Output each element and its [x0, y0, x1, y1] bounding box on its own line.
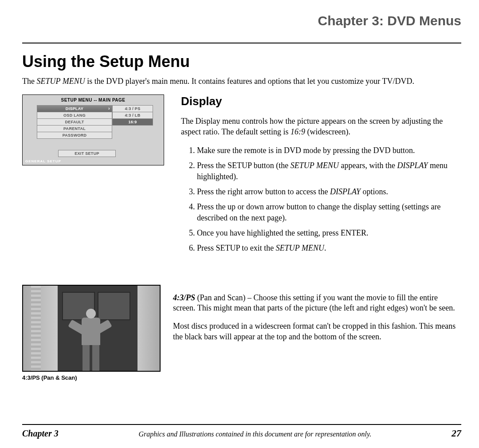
content-row-2: 4:3/PS (Pan & Scan) 4:3/PS (Pan and Scan…	[22, 285, 461, 381]
menu-item-parental: PARENTAL	[37, 125, 112, 132]
step-2-a: Press the SETUP button (the	[197, 161, 291, 170]
photo-person	[76, 309, 104, 371]
step-2: Press the SETUP button (the SETUP MENU a…	[197, 160, 461, 182]
step-6-em: SETUP MENU	[276, 244, 324, 252]
pan-scan-photo	[22, 285, 161, 372]
display-section: Display The Display menu controls how th…	[181, 94, 461, 258]
pan-scan-caption: 4:3/PS (Pan & Scan)	[22, 374, 161, 381]
step-3-b: options.	[361, 187, 388, 196]
menu-option-169: 16:9	[112, 118, 153, 126]
ps-para-1-text: (Pan and Scan) – Choose this setting if …	[173, 293, 455, 312]
ps-para-1-em: 4:3/PS	[173, 293, 195, 302]
page-footer: Chapter 3 Graphics and Illustrations con…	[22, 424, 461, 439]
ps-para-2: Most discs produced in a widescreen form…	[173, 321, 461, 342]
setup-menu-body: DISPLAY OSD LANG DEFAULT PARENTAL PASSWO…	[23, 105, 164, 158]
intro-text-pre: The	[22, 77, 36, 86]
setup-menu-right-col: 4:3 / PS 4:3 / LB 16:9	[112, 105, 153, 157]
intro-text-post: is the DVD player's main menu. It contai…	[85, 77, 414, 86]
footer-row: Chapter 3 Graphics and Illustrations con…	[22, 428, 461, 439]
setup-menu-footer: GENERAL SETUP	[23, 158, 164, 165]
display-heading: Display	[181, 94, 461, 108]
footer-page-number: 27	[452, 428, 461, 439]
menu-item-default: DEFAULT	[37, 118, 112, 126]
intro-em: SETUP MENU	[36, 77, 85, 86]
manual-page: Chapter 3: DVD Menus Using the Setup Men…	[0, 0, 479, 448]
footer-disclaimer: Graphics and Illustrations contained in …	[59, 430, 452, 438]
step-6: Press SETUP to exit the SETUP MENU.	[197, 243, 461, 253]
menu-item-password: PASSWORD	[37, 132, 112, 139]
footer-chapter: Chapter 3	[22, 428, 59, 439]
step-6-b: .	[324, 244, 326, 252]
display-body-b: (widescreen).	[305, 127, 350, 136]
menu-option-43lb: 4:3 / LB	[112, 112, 153, 119]
step-2-em1: SETUP MENU	[291, 161, 339, 170]
photo-bg-right	[135, 286, 160, 371]
display-steps: Make sure the remote is in DVD mode by p…	[181, 145, 461, 253]
setup-menu-box: SETUP MENU -- MAIN PAGE DISPLAY OSD LANG…	[22, 94, 164, 165]
step-5: Once you have highlighted the setting, p…	[197, 228, 461, 238]
step-3: Press the right arrow button to access t…	[197, 186, 461, 197]
section-title: Using the Setup Menu	[22, 52, 461, 71]
ps-para-1: 4:3/PS (Pan and Scan) – Choose this sett…	[173, 293, 461, 314]
setup-menu-title: SETUP MENU -- MAIN PAGE	[23, 95, 164, 105]
pan-scan-description: 4:3/PS (Pan and Scan) – Choose this sett…	[173, 285, 461, 381]
display-body: The Display menu controls how the pictur…	[181, 116, 461, 137]
figure-setup-menu: SETUP MENU -- MAIN PAGE DISPLAY OSD LANG…	[22, 94, 169, 258]
display-body-em: 16:9	[291, 127, 305, 136]
step-1: Make sure the remote is in DVD mode by p…	[197, 145, 461, 156]
step-6-a: Press SETUP to exit the	[197, 244, 276, 252]
menu-item-exit: EXIT SETUP	[58, 150, 116, 157]
step-2-b: appears, with the	[339, 161, 397, 170]
setup-menu-left-col: DISPLAY OSD LANG DEFAULT PARENTAL PASSWO…	[37, 105, 112, 157]
step-4: Press the up or down arrow button to cha…	[197, 201, 461, 223]
header-rule	[22, 43, 461, 43]
step-2-em2: DISPLAY	[397, 161, 428, 170]
chapter-header: Chapter 3: DVD Menus	[22, 13, 461, 30]
step-3-em: DISPLAY	[330, 187, 361, 196]
photo-pillar	[31, 286, 41, 371]
footer-rule	[22, 424, 461, 425]
content-row-1: SETUP MENU -- MAIN PAGE DISPLAY OSD LANG…	[22, 94, 461, 258]
menu-option-43ps: 4:3 / PS	[112, 105, 153, 112]
menu-item-osd-lang: OSD LANG	[37, 112, 112, 119]
step-3-a: Press the right arrow button to access t…	[197, 187, 330, 196]
menu-item-display: DISPLAY	[37, 105, 112, 112]
figure-pan-scan: 4:3/PS (Pan & Scan)	[22, 285, 161, 381]
section-intro: The SETUP MENU is the DVD player's main …	[22, 76, 461, 86]
